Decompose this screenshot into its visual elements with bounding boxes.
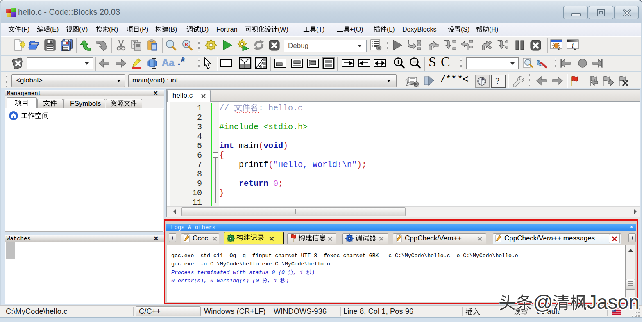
- svg-text:i: i: [572, 42, 574, 49]
- svg-text:R: R: [184, 41, 188, 47]
